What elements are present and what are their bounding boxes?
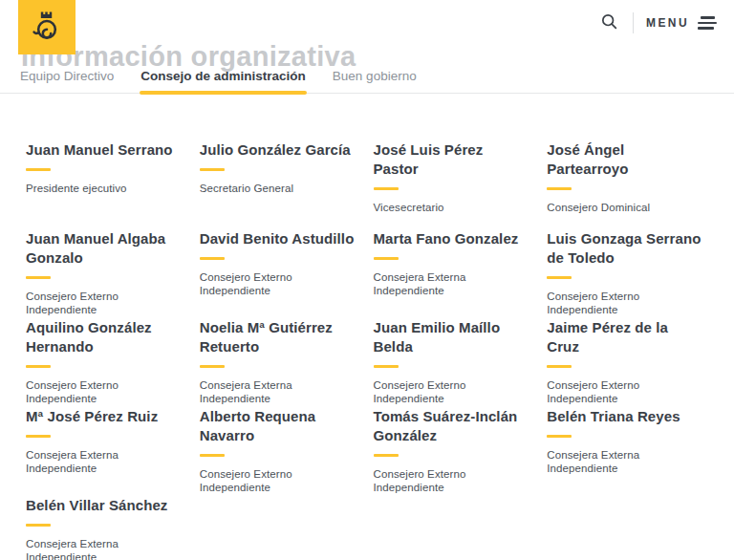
member-role: Consejero Externo Independiente	[547, 290, 703, 316]
yellow-accent-bar	[374, 454, 399, 457]
header-actions: MENU	[598, 11, 717, 35]
yellow-accent-bar	[26, 524, 51, 527]
members-grid: Juan Manuel SerranoPresidente ejecutivoJ…	[0, 140, 734, 560]
member-card: Belén Triana ReyesConsejera Externa Inde…	[547, 407, 721, 496]
member-name: José Ángel Partearroyo	[547, 140, 703, 179]
member-name: Alberto Requena Navarro	[200, 407, 356, 445]
member-card: Juan Manuel Algaba GonzaloConsejero Exte…	[26, 229, 200, 318]
member-role: Consejero Externo Independiente	[374, 467, 530, 494]
member-name: David Benito Astudillo	[200, 229, 356, 248]
member-role: Presidente ejecutivo	[26, 182, 183, 195]
search-button[interactable]	[598, 11, 620, 35]
member-card: Juan Manuel SerranoPresidente ejecutivo	[26, 140, 200, 229]
member-name: Juan Emilio Maíllo Belda	[374, 318, 530, 356]
member-role: Consejera Externa Independiente	[374, 270, 530, 297]
member-role: Vicesecretario	[374, 201, 530, 214]
section-tabs: Equipo DirectivoConsejo de administració…	[0, 69, 734, 94]
member-card: David Benito AstudilloConsejero Externo …	[200, 229, 374, 318]
correos-logo[interactable]	[18, 0, 76, 54]
member-card: Alberto Requena NavarroConsejero Externo…	[200, 407, 374, 496]
menu-button[interactable]: MENU	[646, 16, 717, 30]
member-name: Jaime Pérez de la Cruz	[547, 318, 703, 356]
yellow-accent-bar	[200, 454, 225, 457]
hamburger-icon	[698, 16, 717, 30]
member-role: Consejero Dominical	[547, 201, 703, 214]
member-name: José Luis Pérez Pastor	[374, 140, 530, 179]
yellow-accent-bar	[200, 365, 225, 368]
member-card: Belén Villar SánchezConsejera Externa In…	[26, 496, 200, 560]
member-card: José Ángel PartearroyoConsejero Dominica…	[547, 140, 721, 229]
member-role: Consejera Externa Independiente	[26, 537, 183, 560]
member-card: Aquilino González HernandoConsejero Exte…	[26, 318, 200, 407]
member-card: Tomás Suárez-Inclán GonzálezConsejero Ex…	[374, 407, 548, 496]
member-name: Julio González García	[200, 140, 356, 160]
member-card: Julio González GarcíaSecretario General	[200, 140, 374, 229]
member-role: Consejero Externo Independiente	[26, 290, 183, 316]
member-name: Marta Fano Gonzalez	[374, 229, 530, 248]
member-role: Consejero Externo Independiente	[547, 378, 703, 405]
member-role: Consejera Externa Independiente	[200, 378, 356, 405]
tab-equipo-directivo[interactable]: Equipo Directivo	[19, 69, 115, 93]
member-card: Noelia Mª Gutiérrez RetuertoConsejera Ex…	[200, 318, 374, 407]
member-card: Jaime Pérez de la CruzConsejero Externo …	[547, 318, 721, 407]
yellow-accent-bar	[547, 365, 572, 368]
member-name: Tomás Suárez-Inclán González	[374, 407, 530, 445]
yellow-accent-bar	[26, 365, 51, 368]
member-role: Consejera Externa Independiente	[547, 448, 703, 475]
member-name: Juan Manuel Algaba Gonzalo	[26, 229, 183, 268]
page: Información organizativa	[0, 0, 734, 560]
yellow-accent-bar	[374, 187, 399, 190]
yellow-accent-bar	[26, 168, 51, 171]
yellow-accent-bar	[26, 276, 51, 279]
yellow-accent-bar	[200, 257, 225, 260]
tab-consejo-de-administracion[interactable]: Consejo de administración	[140, 69, 307, 93]
yellow-accent-bar	[547, 187, 572, 190]
member-name: Luis Gonzaga Serrano de Toledo	[547, 229, 703, 268]
member-role: Consejero Externo Independiente	[200, 270, 356, 297]
member-card: José Luis Pérez PastorVicesecretario	[374, 140, 548, 229]
yellow-accent-bar	[26, 435, 51, 438]
member-role: Consejero Externo Independiente	[200, 467, 356, 494]
tab-buen-gobierno[interactable]: Buen gobierno	[332, 69, 418, 93]
crown-posthorn-icon	[29, 7, 65, 49]
member-name: Aquilino González Hernando	[26, 318, 183, 356]
member-role: Secretario General	[200, 182, 356, 195]
yellow-accent-bar	[547, 435, 572, 438]
member-name: Belén Triana Reyes	[547, 407, 703, 426]
member-card: Marta Fano GonzalezConsejera Externa Ind…	[374, 229, 548, 318]
member-name: Noelia Mª Gutiérrez Retuerto	[200, 318, 356, 356]
member-role: Consejero Externo Independiente	[374, 378, 530, 405]
member-name: Belén Villar Sánchez	[26, 496, 183, 515]
member-card: Mª José Pérez RuizConsejera Externa Inde…	[26, 407, 200, 496]
member-card: Juan Emilio Maíllo BeldaConsejero Extern…	[374, 318, 548, 407]
member-card: Luis Gonzaga Serrano de ToledoConsejero …	[547, 229, 721, 318]
member-role: Consejera Externa Independiente	[26, 448, 183, 475]
menu-label: MENU	[646, 16, 689, 30]
yellow-accent-bar	[200, 168, 225, 171]
header-divider	[633, 12, 634, 33]
yellow-accent-bar	[547, 276, 572, 279]
yellow-accent-bar	[374, 257, 399, 260]
member-role: Consejero Externo Independiente	[26, 378, 183, 405]
search-icon	[600, 12, 618, 33]
yellow-accent-bar	[374, 365, 399, 368]
member-name: Juan Manuel Serrano	[26, 140, 183, 160]
member-name: Mª José Pérez Ruiz	[26, 407, 183, 426]
